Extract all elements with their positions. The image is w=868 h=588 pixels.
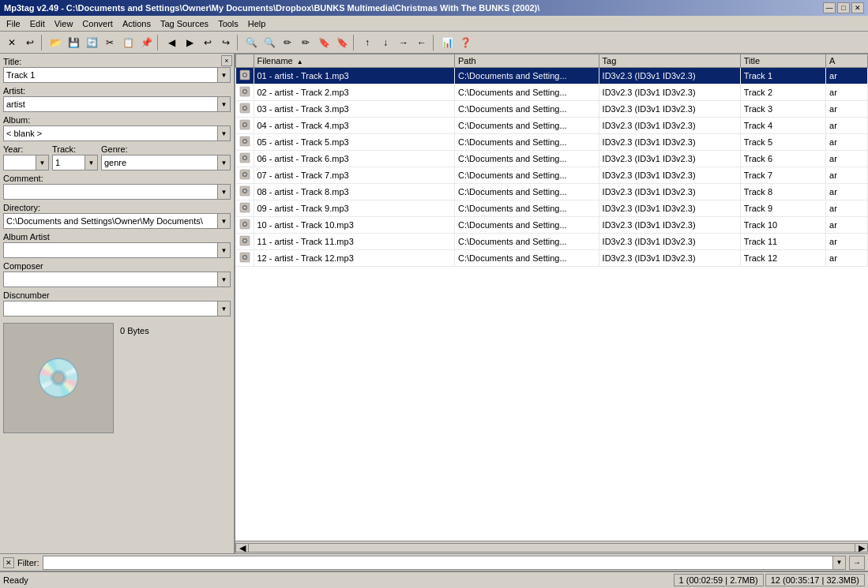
table-row[interactable]: 01 - artist - Track 1.mp3 C:\Documents a… — [236, 68, 868, 84]
discnumber-input[interactable] — [4, 301, 217, 316]
title-dropdown-arrow[interactable]: ▼ — [217, 68, 230, 82]
panel-close-button[interactable]: × — [221, 55, 232, 66]
row-tag: ID3v2.3 (ID3v1 ID3v2.3) — [599, 200, 740, 217]
album-artist-label: Album Artist — [3, 232, 231, 242]
tb-reload[interactable]: 🔄 — [83, 34, 100, 51]
composer-input[interactable] — [4, 272, 217, 287]
tb-down[interactable]: ↓ — [377, 34, 394, 51]
discnumber-dropdown-arrow[interactable]: ▼ — [217, 301, 230, 316]
track-input[interactable] — [53, 155, 85, 170]
row-path: C:\Documents and Setting... — [455, 217, 599, 234]
menu-file[interactable]: File — [2, 17, 25, 30]
tb-search1[interactable]: 🔍 — [242, 34, 260, 51]
comment-input[interactable] — [4, 185, 217, 199]
table-row[interactable]: 11 - artist - Track 11.mp3 C:\Documents … — [236, 234, 868, 250]
directory-input[interactable] — [4, 214, 217, 228]
table-row[interactable]: 04 - artist - Track 4.mp3 C:\Documents a… — [236, 118, 868, 134]
table-row[interactable]: 06 - artist - Track 6.mp3 C:\Documents a… — [236, 151, 868, 167]
year-label: Year: — [3, 144, 49, 154]
menu-tag-sources[interactable]: Tag Sources — [156, 17, 213, 30]
tb-next[interactable]: ▶ — [181, 34, 198, 51]
tb-back[interactable]: ↩ — [199, 34, 216, 51]
row-filename: 03 - artist - Track 3.mp3 — [254, 101, 455, 118]
tb-edit2[interactable]: ✏ — [297, 34, 314, 51]
tb-bookmark1[interactable]: 🔖 — [315, 34, 333, 51]
sort-arrow: ▲ — [297, 58, 303, 66]
album-dropdown-arrow[interactable]: ▼ — [217, 126, 230, 140]
tb-up[interactable]: ↑ — [359, 34, 376, 51]
tb-cut[interactable]: ✂ — [101, 34, 118, 51]
year-dropdown-arrow[interactable]: ▼ — [36, 155, 48, 170]
genre-input[interactable] — [102, 155, 217, 170]
tb-copy[interactable]: 📋 — [119, 34, 137, 51]
album-input[interactable] — [4, 126, 217, 140]
col-title[interactable]: Title — [740, 54, 825, 68]
tb-paste[interactable]: 📌 — [137, 34, 155, 51]
row-artist: ar — [826, 68, 868, 84]
tb-prev[interactable]: ◀ — [163, 34, 180, 51]
table-row[interactable]: 03 - artist - Track 3.mp3 C:\Documents a… — [236, 101, 868, 118]
menu-actions[interactable]: Actions — [118, 17, 156, 30]
track-dropdown-arrow[interactable]: ▼ — [85, 155, 97, 170]
col-artist[interactable]: A — [826, 54, 868, 68]
filter-dropdown-arrow[interactable]: ▼ — [832, 556, 845, 569]
horizontal-scrollbar[interactable]: ◀ ▶ — [235, 541, 868, 553]
col-path[interactable]: Path — [455, 54, 599, 68]
col-tag[interactable]: Tag — [599, 54, 740, 68]
col-filename[interactable]: Filename ▲ — [254, 54, 455, 68]
tb-open-folder[interactable]: 📂 — [47, 34, 64, 51]
col-icon[interactable] — [236, 54, 254, 68]
tb-help[interactable]: ❓ — [457, 34, 474, 51]
file-table: Filename ▲ Path Tag Title A 01 - artist … — [235, 54, 868, 267]
svg-point-2 — [244, 74, 246, 76]
table-row[interactable]: 08 - artist - Track 8.mp3 C:\Documents a… — [236, 184, 868, 200]
album-art[interactable]: 💿 — [3, 323, 114, 433]
composer-dropdown-arrow[interactable]: ▼ — [217, 272, 230, 287]
row-path: C:\Documents and Setting... — [455, 184, 599, 200]
year-input[interactable] — [4, 155, 36, 170]
table-row[interactable]: 12 - artist - Track 12.mp3 C:\Documents … — [236, 250, 868, 267]
menu-view[interactable]: View — [50, 17, 78, 30]
menu-help[interactable]: Help — [243, 17, 271, 30]
table-row[interactable]: 09 - artist - Track 9.mp3 C:\Documents a… — [236, 200, 868, 217]
tb-left[interactable]: ← — [413, 34, 430, 51]
tb-remove-tag[interactable]: ✕ — [3, 34, 21, 51]
file-table-container[interactable]: Filename ▲ Path Tag Title A 01 - artist … — [235, 54, 868, 541]
filter-input[interactable] — [43, 556, 833, 569]
row-filename: 12 - artist - Track 12.mp3 — [254, 250, 455, 267]
artist-field-group: Artist: ▼ — [3, 86, 231, 112]
tb-search2[interactable]: 🔍 — [261, 34, 278, 51]
row-tag: ID3v2.3 (ID3v1 ID3v2.3) — [599, 250, 740, 267]
tb-chart[interactable]: 📊 — [438, 34, 456, 51]
tb-bookmark2[interactable]: 🔖 — [333, 34, 351, 51]
album-artist-input[interactable] — [4, 243, 217, 257]
directory-dropdown-arrow[interactable]: ▼ — [217, 214, 230, 228]
table-row[interactable]: 02 - artist - Track 2.mp3 C:\Documents a… — [236, 84, 868, 101]
tb-right[interactable]: → — [395, 34, 412, 51]
tb-edit1[interactable]: ✏ — [279, 34, 296, 51]
close-button[interactable]: ✕ — [851, 2, 864, 13]
table-row[interactable]: 07 - artist - Track 7.mp3 C:\Documents a… — [236, 167, 868, 184]
menu-edit[interactable]: Edit — [25, 17, 50, 30]
artist-input[interactable] — [4, 97, 217, 111]
genre-dropdown-arrow[interactable]: ▼ — [217, 155, 230, 170]
title-input[interactable] — [4, 68, 217, 82]
filter-clear-button[interactable]: ✕ — [3, 557, 14, 568]
filter-search-button[interactable]: → — [849, 556, 865, 570]
album-artist-input-wrap: ▼ — [3, 242, 231, 258]
row-icon — [236, 101, 254, 118]
album-artist-dropdown-arrow[interactable]: ▼ — [217, 243, 230, 257]
menu-convert[interactable]: Convert — [77, 17, 118, 30]
table-row[interactable]: 05 - artist - Track 5.mp3 C:\Documents a… — [236, 134, 868, 151]
row-tag: ID3v2.3 (ID3v1 ID3v2.3) — [599, 68, 740, 84]
tb-undo[interactable]: ↩ — [21, 34, 39, 51]
table-row[interactable]: 10 - artist - Track 10.mp3 C:\Documents … — [236, 217, 868, 234]
maximize-button[interactable]: □ — [837, 2, 850, 13]
minimize-button[interactable]: — — [823, 2, 836, 13]
tb-forward[interactable]: ↪ — [217, 34, 235, 51]
artist-dropdown-arrow[interactable]: ▼ — [217, 97, 230, 111]
directory-field-group: Directory: ▼ — [3, 203, 231, 229]
comment-dropdown-arrow[interactable]: ▼ — [217, 185, 230, 199]
tb-save[interactable]: 💾 — [65, 34, 82, 51]
menu-tools[interactable]: Tools — [213, 17, 243, 30]
